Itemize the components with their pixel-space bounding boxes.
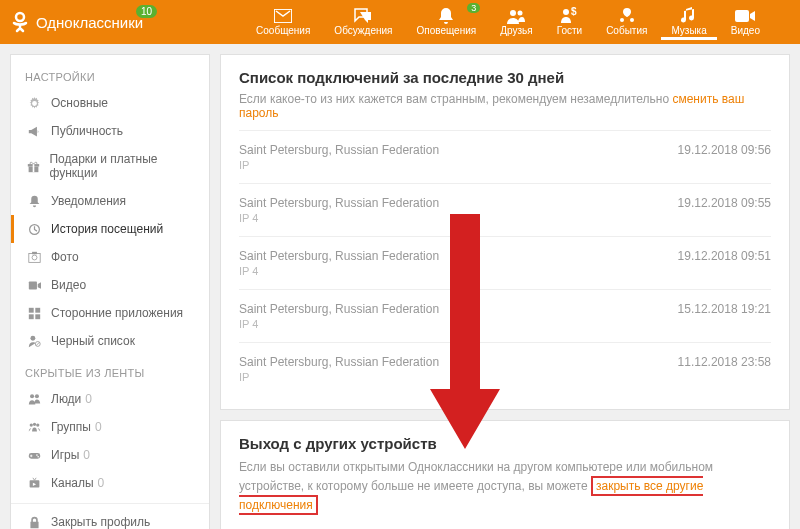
sidebar-item-count: 0 [83,448,90,462]
nav-label: Друзья [500,25,532,36]
sidebar-item-video[interactable]: Видео [11,271,209,299]
connections-title: Список подключений за последние 30 дней [239,69,771,86]
sidebar-item-channels[interactable]: Каналы0 [11,469,209,497]
sidebar-item-label: Группы [51,420,91,434]
sidebar-item-gift[interactable]: Подарки и платные функции [11,145,209,187]
nav-item-bell[interactable]: Оповещения3 [406,5,486,40]
session-ip: IP [239,159,439,171]
nav-label: События [606,25,647,36]
bell-icon [25,195,43,208]
session-location: Saint Petersburg, Russian Federation [239,302,439,316]
sidebar-heading-hidden: СКРЫТЫЕ ИЗ ЛЕНТЫ [11,361,209,385]
svg-point-31 [37,455,39,457]
sidebar-item-photo[interactable]: Фото [11,243,209,271]
session-date: 11.12.2018 23:58 [678,355,771,383]
friends-icon [506,7,526,25]
photo-icon [25,251,43,264]
sidebar-item-games[interactable]: Игры0 [11,441,209,469]
sidebar-item-label: Черный список [51,334,135,348]
svg-point-25 [34,394,38,398]
apps-icon [25,307,43,320]
nav-label: Оповещения [416,25,476,36]
sidebar-item-people[interactable]: Люди0 [11,385,209,413]
session-date: 15.12.2018 19:21 [678,302,771,330]
chat-icon [353,7,373,25]
nav-label: Видео [731,25,760,36]
nav-item-mail[interactable]: Сообщения [246,5,320,40]
sidebar-item-groups[interactable]: Группы0 [11,413,209,441]
app-header: Одноклассники 10 СообщенияОбсужденияОпов… [0,0,800,44]
channels-icon [25,477,43,490]
mail-icon [273,7,293,25]
session-ip: IP 4 [239,212,439,224]
nav-label: Сообщения [256,25,310,36]
nav-item-chat[interactable]: Обсуждения [324,5,402,40]
svg-point-30 [36,454,38,456]
nav-label: Обсуждения [334,25,392,36]
brand-badge: 10 [136,5,157,18]
groups-icon [25,421,43,434]
session-row: Saint Petersburg, Russian FederationIP 4… [239,183,771,236]
session-row: Saint Petersburg, Russian FederationIP 1… [239,342,771,395]
sidebar-item-bell[interactable]: Уведомления [11,187,209,215]
brand-logo[interactable]: Одноклассники 10 [10,11,143,33]
people-icon [25,393,43,406]
nav-item-guests[interactable]: $Гости [547,5,592,40]
session-ip: IP 4 [239,265,439,277]
nav-item-friends[interactable]: Друзья [490,5,542,40]
svg-rect-21 [35,314,40,319]
svg-point-24 [30,394,34,398]
logout-text: Если вы оставили открытыми Одноклассники… [239,458,771,516]
sidebar-item-apps[interactable]: Сторонние приложения [11,299,209,327]
gear-icon [25,97,43,110]
svg-point-6 [620,18,624,22]
blacklist-icon [25,335,43,348]
session-row: Saint Petersburg, Russian FederationIP 4… [239,236,771,289]
logout-title: Выход с других устройств [239,435,771,452]
sidebar-close-profile[interactable]: Закрыть профиль [11,508,209,529]
session-date: 19.12.2018 09:56 [678,143,771,171]
sidebar-item-count: 0 [98,476,105,490]
nav-label: Гости [557,25,582,36]
lock-icon [25,516,43,529]
sidebar-item-label: Уведомления [51,194,126,208]
sidebar-item-label: Публичность [51,124,123,138]
sidebar-item-gear[interactable]: Основные [11,89,209,117]
sidebar-item-label: Видео [51,278,86,292]
svg-rect-19 [35,307,40,312]
megaphone-icon [25,125,43,138]
session-date: 19.12.2018 09:55 [678,196,771,224]
sidebar-item-history[interactable]: История посещений [11,215,209,243]
session-ip: IP 4 [239,318,439,330]
games-icon [25,449,43,462]
svg-rect-8 [735,10,749,22]
connections-subtitle: Если какое-то из них кажется вам странны… [239,92,771,120]
sidebar-item-megaphone[interactable]: Публичность [11,117,209,145]
nav-item-music[interactable]: Музыка [661,5,716,40]
svg-point-28 [36,423,39,426]
svg-point-22 [30,335,35,340]
session-location: Saint Petersburg, Russian Federation [239,355,439,369]
svg-rect-12 [32,164,34,172]
sidebar-item-label: Подарки и платные функции [49,152,195,180]
svg-point-2 [510,10,516,16]
svg-point-4 [563,9,569,15]
logout-panel: Выход с других устройств Если вы оставил… [220,420,790,529]
sidebar-item-blacklist[interactable]: Черный список [11,327,209,355]
connections-panel: Список подключений за последние 30 дней … [220,54,790,410]
sidebar-heading-settings: НАСТРОЙКИ [11,65,209,89]
top-nav: СообщенияОбсужденияОповещения3Друзья$Гос… [246,5,770,40]
nav-item-events[interactable]: События [596,5,657,40]
svg-rect-18 [28,307,33,312]
session-row: Saint Petersburg, Russian FederationIP 4… [239,289,771,342]
bell-icon [436,7,456,25]
sidebar-item-count: 0 [95,420,102,434]
brand-text: Одноклассники [36,14,143,31]
nav-badge: 3 [467,3,480,13]
svg-point-3 [518,10,523,15]
svg-rect-17 [28,281,36,289]
music-icon [679,7,699,25]
nav-item-video[interactable]: Видео [721,5,770,40]
svg-point-0 [16,13,24,21]
sidebar-item-label: Люди [51,392,81,406]
